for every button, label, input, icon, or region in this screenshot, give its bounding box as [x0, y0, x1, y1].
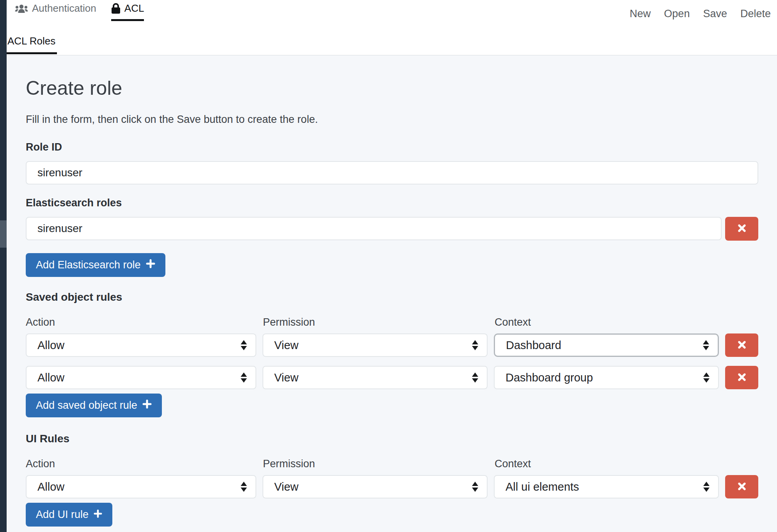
- context-select[interactable]: Dashboard group: [494, 366, 719, 389]
- action-select-value: Allow: [37, 481, 64, 493]
- acl-create-role-page: Authentication ACL New Open Save Delete …: [0, 0, 777, 532]
- tab-acl-roles[interactable]: ACL Roles: [7, 35, 57, 54]
- tab-authentication[interactable]: Authentication: [15, 2, 96, 19]
- column-header-context: Context: [495, 458, 720, 470]
- context-select-value: Dashboard group: [506, 371, 593, 384]
- action-select[interactable]: Allow: [26, 366, 256, 389]
- remove-rule-button[interactable]: [725, 333, 758, 357]
- saved-object-rule-row: Allow View Dashboard group: [26, 366, 758, 389]
- plus-icon: [146, 259, 155, 271]
- permission-select[interactable]: View: [263, 366, 488, 389]
- permission-select-value: View: [274, 481, 298, 493]
- column-header-context: Context: [495, 316, 720, 328]
- open-button[interactable]: Open: [664, 8, 690, 20]
- add-saved-object-rule-label: Add saved object rule: [36, 399, 137, 411]
- permission-select[interactable]: View: [263, 475, 488, 498]
- permission-select[interactable]: View: [263, 333, 488, 357]
- select-arrows-icon: [241, 340, 247, 350]
- permission-select-value: View: [274, 371, 298, 384]
- save-button[interactable]: Save: [703, 8, 727, 20]
- close-icon: [736, 481, 747, 493]
- permission-select-value: View: [274, 339, 298, 352]
- action-select[interactable]: Allow: [26, 333, 256, 357]
- create-role-form: Create role Fill in the form, then click…: [7, 55, 777, 532]
- plus-icon: [142, 399, 152, 411]
- close-icon: [736, 339, 747, 351]
- select-arrows-icon: [472, 482, 478, 492]
- delete-button[interactable]: Delete: [740, 8, 771, 20]
- tab-acl[interactable]: ACL: [111, 2, 144, 21]
- select-arrows-icon: [472, 340, 478, 350]
- action-select[interactable]: Allow: [26, 475, 256, 498]
- add-saved-object-rule-button[interactable]: Add saved object rule: [26, 394, 162, 417]
- header-tabs: Authentication ACL: [15, 2, 144, 21]
- context-select-value: Dashboard: [506, 339, 561, 352]
- role-id-label: Role ID: [26, 141, 758, 153]
- action-select-value: Allow: [37, 371, 64, 384]
- select-arrows-icon: [241, 372, 247, 383]
- select-arrows-icon: [472, 372, 478, 383]
- ui-rules-columns: Action Permission Context: [26, 458, 758, 470]
- select-arrows-icon: [703, 340, 709, 350]
- action-select-value: Allow: [37, 339, 64, 352]
- es-role-row: [26, 217, 758, 241]
- lock-icon: [111, 3, 121, 14]
- close-icon: [736, 372, 747, 384]
- context-select[interactable]: All ui elements: [494, 475, 719, 498]
- remove-es-role-button[interactable]: [725, 217, 758, 241]
- new-button[interactable]: New: [630, 8, 651, 20]
- collapsed-sidebar[interactable]: [0, 0, 7, 532]
- plus-icon: [94, 509, 102, 521]
- users-icon: [15, 4, 28, 14]
- role-id-input[interactable]: [26, 161, 758, 184]
- header-actions: New Open Save Delete: [630, 8, 771, 20]
- column-header-permission: Permission: [263, 458, 488, 470]
- top-header: Authentication ACL New Open Save Delete …: [7, 0, 777, 55]
- saved-object-rules-heading: Saved object rules: [26, 291, 758, 303]
- context-select-value: All ui elements: [506, 481, 579, 493]
- select-arrows-icon: [703, 372, 710, 383]
- page-subtitle: Fill in the form, then click on the Save…: [26, 113, 758, 126]
- es-role-input[interactable]: [26, 217, 722, 240]
- es-roles-label: Elasticsearch roles: [26, 197, 758, 209]
- remove-rule-button[interactable]: [725, 366, 758, 389]
- tab-acl-label: ACL: [124, 2, 144, 14]
- column-header-action: Action: [26, 316, 257, 328]
- saved-object-rule-row: Allow View Dashboard: [26, 333, 758, 357]
- select-arrows-icon: [241, 482, 247, 492]
- tab-authentication-label: Authentication: [32, 2, 96, 14]
- page-title: Create role: [26, 77, 758, 99]
- add-es-role-button[interactable]: Add Elasticsearch role: [26, 253, 165, 277]
- remove-rule-button[interactable]: [725, 475, 758, 498]
- column-header-permission: Permission: [263, 316, 488, 328]
- add-ui-rule-label: Add UI rule: [36, 509, 89, 521]
- add-es-role-label: Add Elasticsearch role: [36, 259, 141, 271]
- saved-object-rules-columns: Action Permission Context: [26, 316, 758, 328]
- ui-rules-heading: UI Rules: [26, 433, 758, 445]
- close-icon: [736, 223, 747, 235]
- select-arrows-icon: [703, 482, 710, 492]
- column-header-action: Action: [26, 458, 257, 470]
- ui-rule-row: Allow View All ui elements: [26, 475, 758, 498]
- add-ui-rule-button[interactable]: Add UI rule: [26, 503, 112, 527]
- sidebar-scroll-thumb[interactable]: [0, 220, 7, 248]
- context-select[interactable]: Dashboard: [494, 333, 719, 357]
